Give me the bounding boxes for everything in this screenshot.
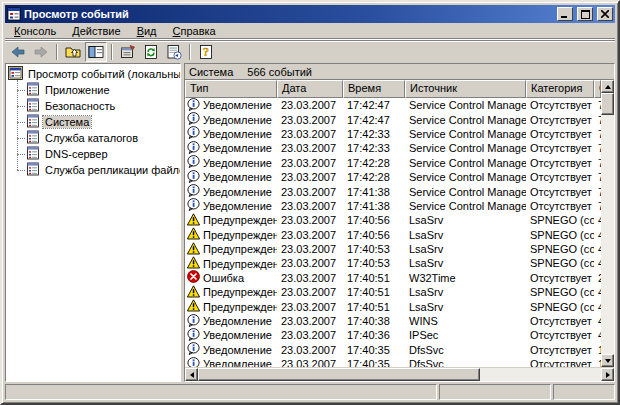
date-cell: 23.03.2007 [277,157,343,169]
category-cell: SPNEGO (со... [526,301,594,313]
back-arrow-icon[interactable] [7,42,29,62]
export-list-icon[interactable] [163,42,185,62]
show-hide-console-tree-icon[interactable] [85,42,107,62]
tree-item-Служба репликации файлов[interactable]: Служба репликации файлов [17,162,180,178]
category-cell: Отсутствует [526,142,594,154]
table-row[interactable]: Уведомление 23.03.2007 17:42:33 Service … [185,127,601,141]
table-row[interactable]: Уведомление 23.03.2007 17:42:28 Service … [185,170,601,184]
menu-view[interactable]: Вид [129,23,165,39]
warning-icon [187,213,200,228]
time-cell: 17:42:28 [343,157,405,169]
event-id-cell: 7 [594,186,601,198]
status-panel-main [5,384,437,400]
time-cell: 17:41:38 [343,200,405,212]
table-row[interactable]: Предупреждение 23.03.2007 17:40:51 LsaSr… [185,285,601,299]
type-cell: Предупреждение [185,256,277,271]
source-cell: IPSec [405,329,526,341]
tree-item-Безопасность[interactable]: Безопасность [17,98,180,114]
forward-arrow-icon[interactable] [30,42,52,62]
horizontal-scrollbar[interactable] [185,367,614,381]
toolbar: ? [5,40,615,62]
horizontal-scrollbar-thumb[interactable] [198,368,480,381]
up-one-level-icon[interactable] [62,42,84,62]
window-title: Просмотр событий [24,8,553,20]
category-cell: Отсутствует [526,171,594,183]
source-cell: Service Control Manager [405,99,526,111]
warning-icon [187,256,200,271]
event-id-cell: 4 [594,257,601,269]
event-id-cell: 7 [594,128,601,140]
table-row[interactable]: Уведомление 23.03.2007 17:42:47 Service … [185,112,601,126]
column-header-category[interactable]: Категория [526,80,594,98]
tree-root[interactable]: Просмотр событий (локальных) [8,66,180,82]
tree-item-Приложение[interactable]: Приложение [17,82,180,98]
menu-bar: Консоль Действие Вид Справка [5,23,615,40]
scroll-right-icon[interactable] [601,368,614,381]
tree-item-DNS-сервер[interactable]: DNS-сервер [17,146,180,162]
source-cell: Service Control Manager [405,157,526,169]
tree-item-Система[interactable]: Система [17,114,180,130]
table-row[interactable]: Уведомление 23.03.2007 17:42:28 Service … [185,156,601,170]
table-row[interactable]: Уведомление 23.03.2007 17:40:38 WINS Отс… [185,314,601,328]
event-id-cell: 4 [594,243,601,255]
tree-connector [17,90,25,91]
column-header-date[interactable]: Дата [277,80,343,98]
tree-item-label: DNS-сервер [43,148,110,160]
date-cell: 23.03.2007 [277,358,343,367]
tree-item-label: Приложение [43,84,112,96]
date-cell: 23.03.2007 [277,286,343,298]
table-row[interactable]: Уведомление 23.03.2007 17:42:47 Service … [185,98,601,112]
help-icon[interactable]: ? [195,42,217,62]
title-bar[interactable]: Просмотр событий [5,5,615,23]
table-row[interactable]: Предупреждение 23.03.2007 17:40:56 LsaSr… [185,213,601,227]
date-cell: 23.03.2007 [277,344,343,356]
scroll-left-icon[interactable] [185,368,198,381]
menu-console[interactable]: Консоль [6,23,64,39]
event-id-cell: 1 [594,358,601,367]
horizontal-scrollbar-track[interactable] [480,368,601,381]
category-cell: Отсутствует [526,157,594,169]
maximize-button[interactable] [577,7,593,21]
category-cell: Отсутствует [526,186,594,198]
source-cell: Service Control Manager [405,114,526,126]
event-log-icon [26,98,40,114]
table-row[interactable]: Уведомление 23.03.2007 17:42:33 Service … [185,141,601,155]
table-row[interactable]: Ошибка 23.03.2007 17:40:51 W32Time Отсут… [185,271,601,285]
time-cell: 17:40:56 [343,214,405,226]
minimize-button[interactable] [557,7,573,21]
status-bar [5,382,615,400]
date-cell: 23.03.2007 [277,114,343,126]
column-header-time[interactable]: Время [343,80,405,98]
refresh-icon[interactable] [140,42,162,62]
table-row[interactable]: Предупреждение 23.03.2007 17:40:56 LsaSr… [185,228,601,242]
table-row[interactable]: Уведомление 23.03.2007 17:41:38 Service … [185,199,601,213]
vertical-scrollbar-thumb[interactable] [601,93,614,115]
column-header-event[interactable]: С [594,80,601,98]
table-row[interactable]: Уведомление 23.03.2007 17:40:36 IPSec От… [185,328,601,342]
vertical-scrollbar[interactable] [601,80,614,367]
table-row[interactable]: Предупреждение 23.03.2007 17:40:53 LsaSr… [185,256,601,270]
properties-icon[interactable] [117,42,139,62]
scroll-down-icon[interactable] [601,354,614,367]
table-row[interactable]: Предупреждение 23.03.2007 17:40:51 LsaSr… [185,299,601,313]
scroll-up-icon[interactable] [601,80,614,93]
type-cell: Уведомление [185,126,277,141]
event-id-cell: 4 [594,315,601,327]
tree-connector [17,154,25,155]
table-row[interactable]: Уведомление 23.03.2007 17:40:35 DfsSvc О… [185,357,601,367]
vertical-scrollbar-track[interactable] [601,115,614,354]
menu-action[interactable]: Действие [64,23,128,39]
time-cell: 17:40:53 [343,257,405,269]
tree-item-Служба каталогов[interactable]: Служба каталогов [17,130,180,146]
column-header-type[interactable]: Тип [185,80,277,98]
table-row[interactable]: Уведомление 23.03.2007 17:41:38 Service … [185,184,601,198]
event-log-icon [26,82,40,98]
warning-icon [187,242,200,257]
table-row[interactable]: Уведомление 23.03.2007 17:40:35 DfsSvc О… [185,343,601,357]
category-cell: Отсутствует [526,344,594,356]
column-header-source[interactable]: Источник [405,80,526,98]
table-row[interactable]: Предупреждение 23.03.2007 17:40:53 LsaSr… [185,242,601,256]
tree-item-label: Служба каталогов [43,132,140,144]
close-button[interactable] [597,7,613,21]
menu-help[interactable]: Справка [165,23,224,39]
